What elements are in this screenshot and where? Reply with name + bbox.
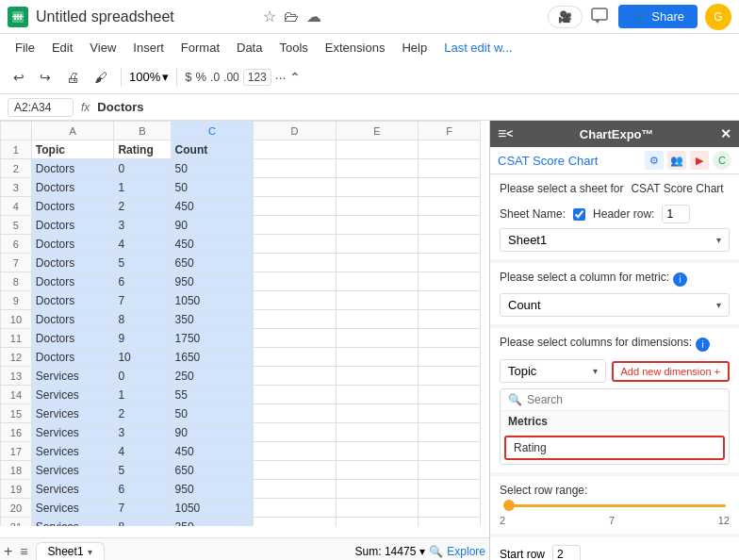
cell-e18[interactable]	[336, 461, 419, 480]
header-row-checkbox[interactable]	[573, 208, 585, 221]
cell-c7[interactable]: 650	[171, 254, 254, 272]
cell-f17[interactable]	[419, 442, 481, 461]
comment-icon[interactable]	[590, 7, 611, 27]
header-row-number-input[interactable]	[662, 205, 690, 223]
cell-d13[interactable]	[254, 367, 337, 386]
cell-b5[interactable]: 3	[114, 216, 171, 235]
cell-a9[interactable]: Doctors	[31, 291, 114, 310]
cell-d1[interactable]	[254, 140, 337, 159]
cell-f2[interactable]	[419, 159, 481, 178]
cell-d3[interactable]	[254, 178, 337, 197]
metric-dropdown[interactable]: Count ▾	[500, 293, 730, 317]
explore-icon[interactable]: 🔍	[429, 545, 443, 558]
menu-insert[interactable]: Insert	[125, 39, 172, 57]
cell-b11[interactable]: 9	[114, 329, 171, 348]
cell-a19[interactable]: Services	[31, 480, 114, 499]
cell-e5[interactable]	[336, 216, 419, 235]
more-options-button[interactable]: ···	[275, 70, 287, 85]
cell-f8[interactable]	[419, 272, 481, 291]
cell-f7[interactable]	[419, 254, 481, 272]
dimensions-info-icon[interactable]: i	[696, 338, 710, 352]
cell-d8[interactable]	[254, 272, 337, 291]
cell-f21[interactable]	[419, 518, 481, 527]
cell-b6[interactable]: 4	[114, 235, 171, 254]
cloud-icon[interactable]: ☁	[306, 8, 321, 25]
cell-c17[interactable]: 450	[171, 442, 254, 461]
cell-b16[interactable]: 3	[114, 423, 171, 442]
cell-b3[interactable]: 1	[114, 178, 171, 197]
settings-icon-btn[interactable]: ⚙	[645, 151, 664, 170]
sheet-tab-sheet1[interactable]: Sheet1 ▾	[36, 542, 105, 560]
cell-e10[interactable]	[336, 310, 419, 329]
avatar[interactable]: G	[705, 4, 731, 30]
cell-e4[interactable]	[336, 197, 419, 216]
col-header-e[interactable]: E	[336, 122, 419, 140]
cell-c6[interactable]: 450	[171, 235, 254, 254]
decimal-decrease[interactable]: .0	[210, 71, 220, 84]
star-icon[interactable]: ☆	[263, 8, 276, 25]
cell-c10[interactable]: 350	[171, 310, 254, 329]
cell-f12[interactable]	[419, 348, 481, 367]
cell-f14[interactable]	[419, 386, 481, 404]
cell-reference-input[interactable]	[8, 98, 74, 117]
menu-extensions[interactable]: Extensions	[318, 39, 393, 57]
cell-f6[interactable]	[419, 235, 481, 254]
col-header-a[interactable]: A	[31, 122, 114, 140]
cell-d16[interactable]	[254, 423, 337, 442]
explore-label[interactable]: Explore	[447, 545, 485, 558]
meet-button[interactable]: 🎥	[548, 6, 583, 28]
cell-b15[interactable]: 2	[114, 404, 171, 423]
menu-view[interactable]: View	[82, 39, 123, 57]
cell-a14[interactable]: Services	[31, 386, 114, 404]
currency-symbol[interactable]: $	[185, 70, 191, 84]
cell-a5[interactable]: Doctors	[31, 216, 114, 235]
cell-c14[interactable]: 55	[171, 386, 254, 404]
sheet-menu-button[interactable]: ≡	[20, 544, 27, 559]
cell-e16[interactable]	[336, 423, 419, 442]
cell-c21[interactable]: 350	[171, 518, 254, 527]
cell-c15[interactable]: 50	[171, 404, 254, 423]
cell-b8[interactable]: 6	[114, 272, 171, 291]
panel-back-icon[interactable]: <	[506, 127, 513, 140]
cell-c2[interactable]: 50	[171, 159, 254, 178]
menu-tools[interactable]: Tools	[271, 39, 315, 57]
cell-a4[interactable]: Doctors	[31, 197, 114, 216]
print-button[interactable]: 🖨	[60, 67, 85, 88]
cell-b19[interactable]: 6	[114, 480, 171, 499]
cell-a2[interactable]: Doctors	[31, 159, 114, 178]
cell-d12[interactable]	[254, 348, 337, 367]
cell-f10[interactable]	[419, 310, 481, 329]
cell-a17[interactable]: Services	[31, 442, 114, 461]
cell-e13[interactable]	[336, 367, 419, 386]
cell-d11[interactable]	[254, 329, 337, 348]
cell-a8[interactable]: Doctors	[31, 272, 114, 291]
metric-info-icon[interactable]: i	[673, 272, 687, 287]
cell-e3[interactable]	[336, 178, 419, 197]
add-dimension-button[interactable]: Add new dimension +	[612, 361, 730, 382]
cell-a20[interactable]: Services	[31, 499, 114, 518]
cell-e21[interactable]	[336, 518, 419, 527]
go-icon-btn[interactable]: C	[713, 151, 731, 170]
cell-c16[interactable]: 90	[171, 423, 254, 442]
cell-d17[interactable]	[254, 442, 337, 461]
cell-b2[interactable]: 0	[114, 159, 171, 178]
cell-c1[interactable]: Count	[171, 140, 254, 159]
cell-a11[interactable]: Doctors	[31, 329, 114, 348]
cell-c4[interactable]: 450	[171, 197, 254, 216]
cell-d2[interactable]	[254, 159, 337, 178]
cell-b18[interactable]: 5	[114, 461, 171, 480]
cell-d9[interactable]	[254, 291, 337, 310]
cell-d7[interactable]	[254, 254, 337, 272]
cell-d19[interactable]	[254, 480, 337, 499]
cell-d20[interactable]	[254, 499, 337, 518]
redo-button[interactable]: ↪	[34, 67, 57, 88]
people-icon-btn[interactable]: 👥	[667, 151, 686, 170]
slider-thumb-left[interactable]	[503, 500, 515, 511]
cell-a18[interactable]: Services	[31, 461, 114, 480]
paint-format-button[interactable]: 🖌	[89, 67, 113, 88]
cell-a10[interactable]: Doctors	[31, 310, 114, 329]
cell-c20[interactable]: 1050	[171, 499, 254, 518]
cell-f20[interactable]	[419, 499, 481, 518]
cell-d18[interactable]	[254, 461, 337, 480]
cell-b20[interactable]: 7	[114, 499, 171, 518]
